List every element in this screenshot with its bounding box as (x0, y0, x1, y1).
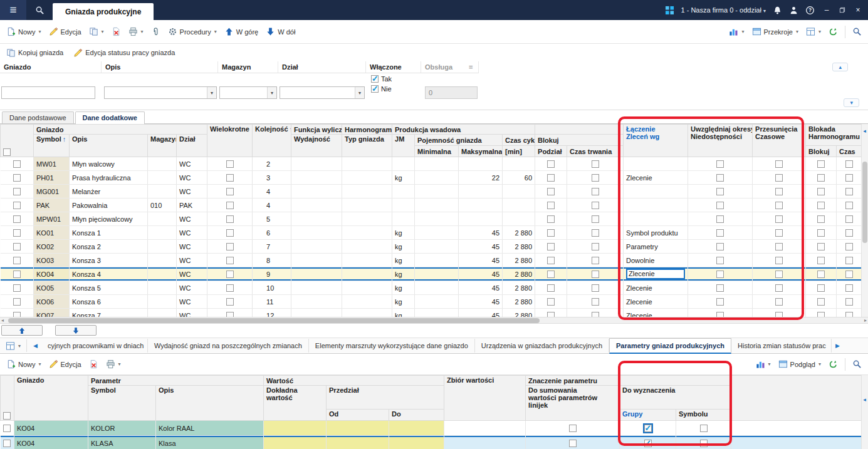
checkbox[interactable] (845, 215, 853, 223)
cell-blokuj-podzial-checkbox[interactable] (535, 267, 567, 281)
cell-blokada-czas-checkbox[interactable] (837, 157, 862, 171)
expand-filter-panel-button[interactable]: ▾ (844, 98, 859, 107)
checkbox[interactable] (775, 243, 783, 250)
checkbox[interactable] (547, 229, 555, 237)
cell-blokuj-czas-trwania-checkbox[interactable] (567, 226, 624, 240)
checkbox[interactable] (13, 160, 21, 168)
checkbox[interactable] (775, 160, 783, 168)
delete-parameter-button[interactable] (86, 357, 102, 371)
parameter-row[interactable]: KO04KOLORKolor RAAL (1, 421, 862, 436)
checkbox[interactable] (3, 425, 11, 432)
quick-search-button[interactable] (849, 24, 865, 39)
header-minimalna[interactable]: Minimalna (415, 146, 459, 157)
tab-parametry-gniazd[interactable]: Parametry gniazd produkcyjnych (609, 338, 731, 354)
header-symbolu[interactable]: Symbolu (676, 410, 731, 421)
checkbox[interactable] (13, 257, 21, 264)
cell-blokuj-podzial-checkbox[interactable] (535, 171, 567, 185)
global-search-button[interactable] (26, 0, 53, 20)
parameter-row[interactable]: KO04KLASAKlasa (1, 436, 862, 449)
main-grid-row[interactable]: PH01Prasa hydraulicznaWC3kg2260Zlecenie (1, 171, 862, 185)
checkbox[interactable] (13, 284, 21, 292)
move-up-button[interactable]: W górę (221, 24, 261, 39)
tab-obciazenie-pracownikami[interactable]: cyjnych pracownikami w dniach (41, 339, 148, 353)
cell-przesuniecia-checkbox[interactable] (753, 281, 806, 295)
help-icon[interactable] (805, 6, 815, 15)
checkbox[interactable] (716, 243, 724, 250)
checkbox[interactable] (226, 202, 234, 209)
cell-dokladna-wartosc[interactable] (264, 421, 327, 436)
cell-blokada-blokuj-checkbox[interactable] (806, 254, 837, 267)
new-parameter-button[interactable]: Nowy▾ (3, 357, 44, 371)
tab-dane-podstawowe[interactable]: Dane podstawowe (2, 111, 74, 123)
cell-blokuj-podzial-checkbox[interactable] (535, 254, 567, 267)
cell-blokuj-czas-trwania-checkbox[interactable] (567, 212, 624, 226)
checkbox[interactable] (592, 188, 599, 195)
checkbox[interactable] (13, 271, 21, 278)
vertical-scrollbar[interactable] (861, 124, 868, 317)
cell-wielokrotne-checkbox[interactable] (207, 157, 253, 171)
refresh-button[interactable] (825, 24, 841, 39)
checkbox[interactable] (845, 202, 853, 209)
checkbox[interactable] (592, 215, 599, 223)
cell-blokada-blokuj-checkbox[interactable] (806, 185, 837, 199)
checkbox[interactable] (371, 75, 379, 83)
cell-blokuj-czas-trwania-checkbox[interactable] (567, 171, 624, 185)
cell-niedostepnosc-checkbox[interactable] (688, 157, 753, 171)
cell-wielokrotne-checkbox[interactable] (207, 199, 253, 212)
cell-blokuj-czas-trwania-checkbox[interactable] (567, 185, 624, 199)
main-grid-row[interactable]: KO07Konsza 7WC12kg452 880Zlecenie (1, 309, 862, 317)
modules-grid-icon[interactable] (665, 6, 674, 15)
row-select-checkbox[interactable] (1, 254, 34, 267)
checkbox[interactable] (592, 312, 599, 317)
cell-blokada-blokuj-checkbox[interactable] (806, 226, 837, 240)
checkbox[interactable] (845, 174, 853, 182)
header-symbol[interactable]: Symbol↑ (34, 135, 70, 157)
cell-blokada-blokuj-checkbox[interactable] (806, 212, 837, 226)
move-row-down-button[interactable] (55, 325, 97, 336)
checkbox[interactable] (817, 271, 825, 278)
checkbox[interactable] (817, 257, 825, 264)
checkbox[interactable] (845, 257, 853, 264)
row-select-checkbox[interactable] (1, 185, 34, 199)
cell-niedostepnosc-checkbox[interactable] (688, 199, 753, 212)
refresh-button[interactable] (825, 357, 841, 371)
checkbox[interactable] (775, 174, 783, 182)
filter-operator-icon[interactable]: = (469, 63, 473, 71)
tab-historia-statusow[interactable]: Historia zmian statusów prac (731, 339, 832, 353)
cell-niedostepnosc-checkbox[interactable] (688, 226, 753, 240)
header-dokladna-wartosc[interactable]: Dokładnawartość (264, 386, 327, 421)
checkbox[interactable] (716, 257, 724, 264)
scroll-left-icon[interactable]: ◂ (1, 317, 4, 324)
checkbox[interactable] (226, 257, 234, 264)
checkbox[interactable] (371, 85, 379, 93)
tabs-scroll-right-icon[interactable]: ▶ (832, 343, 844, 349)
checkbox[interactable] (226, 298, 234, 306)
checkbox[interactable] (592, 257, 599, 264)
checkbox[interactable] (13, 174, 21, 182)
checkbox[interactable] (569, 425, 577, 432)
checkbox[interactable] (547, 160, 555, 168)
checkbox[interactable] (817, 174, 825, 182)
checkbox[interactable] (592, 298, 599, 306)
checkbox[interactable] (775, 312, 783, 317)
row-select-checkbox[interactable] (1, 199, 34, 212)
cell-blokuj-podzial-checkbox[interactable] (535, 226, 567, 240)
cell-niedostepnosc-checkbox[interactable] (688, 185, 753, 199)
checkbox[interactable] (817, 229, 825, 237)
chart-button[interactable]: ▾ (753, 357, 774, 371)
wlaczone-nie-checkbox[interactable]: Nie (371, 85, 392, 93)
select-all-header[interactable] (1, 125, 34, 157)
cell-wielokrotne-checkbox[interactable] (207, 267, 253, 281)
chart-button[interactable]: ▾ (726, 24, 747, 39)
checkbox[interactable] (13, 202, 21, 209)
cell-przesuniecia-checkbox[interactable] (753, 254, 806, 267)
main-grid-row[interactable]: MPW01Młyn pięciowalcowyWC5 (1, 212, 862, 226)
cell-blokada-blokuj-checkbox[interactable] (806, 199, 837, 212)
move-row-up-button[interactable] (1, 325, 43, 336)
gniazdo-filter-input[interactable] (1, 86, 95, 99)
header-grupy[interactable]: Grupy (620, 410, 676, 421)
header-zbior-wartosci[interactable]: Zbiór wartości (444, 376, 526, 421)
cell-przedzial-od[interactable] (327, 436, 389, 449)
checkbox[interactable] (775, 298, 783, 306)
cell-wielokrotne-checkbox[interactable] (207, 171, 253, 185)
